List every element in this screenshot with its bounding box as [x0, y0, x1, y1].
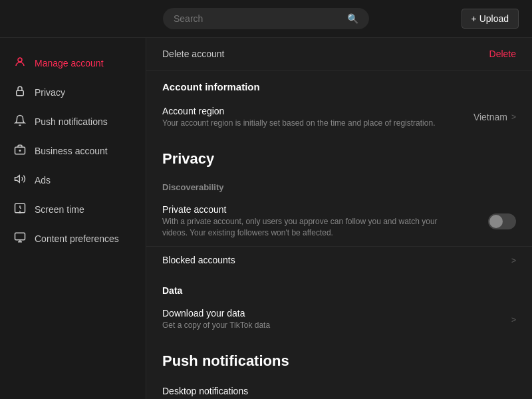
sidebar-screen-time-label: Screen time: [35, 204, 84, 215]
sidebar-content-preferences-label: Content preferences: [35, 233, 119, 244]
account-info-heading: Account information: [146, 70, 532, 98]
account-info-section: Account information Account region Your …: [146, 70, 532, 137]
download-data-desc: Get a copy of your TikTok data: [162, 320, 442, 331]
private-account-left: Private account With a private account, …: [162, 204, 488, 239]
desktop-notifications-row: Desktop notifications: [146, 378, 532, 399]
private-account-desc: With a private account, only users you a…: [162, 216, 442, 239]
push-notifications-section: Push notifications Desktop notifications…: [146, 339, 532, 399]
search-bar[interactable]: 🔍: [163, 8, 369, 29]
sidebar-manage-account-label: Manage account: [35, 58, 104, 68]
privacy-heading: Privacy: [146, 137, 532, 176]
data-label: Data: [146, 275, 532, 300]
download-data-title: Download your data: [162, 308, 501, 319]
delete-account-label: Delete account: [162, 49, 224, 59]
account-region-desc: Your account region is initially set bas…: [162, 118, 442, 129]
sidebar-business-account-label: Business account: [35, 146, 108, 156]
private-account-toggle[interactable]: [488, 213, 516, 229]
account-region-value: Vietnam: [473, 112, 507, 122]
private-account-title: Private account: [162, 204, 488, 215]
delete-action-button[interactable]: Delete: [489, 49, 516, 59]
account-region-right: Vietnam >: [473, 112, 516, 122]
account-region-left: Account region Your account region is in…: [162, 106, 463, 129]
main-layout: Manage account Privacy Push notification…: [0, 38, 532, 399]
upload-button[interactable]: + Upload: [462, 9, 519, 29]
data-section: Data Download your data Get a copy of yo…: [146, 275, 532, 339]
download-data-right: >: [511, 315, 516, 325]
blocked-accounts-right: >: [511, 256, 516, 265]
monitor-icon: [13, 231, 27, 246]
blocked-accounts-row[interactable]: Blocked accounts >: [146, 247, 532, 275]
account-region-title: Account region: [162, 106, 463, 116]
bell-icon: [13, 114, 27, 129]
lock-icon: [13, 85, 27, 100]
sidebar-item-privacy[interactable]: Privacy: [0, 78, 146, 107]
discoverability-label: Discoverability: [146, 176, 532, 196]
privacy-section: Privacy Discoverability Private account …: [146, 137, 532, 275]
push-notifications-heading: Push notifications: [146, 339, 532, 378]
sidebar-push-notifications-label: Push notifications: [35, 116, 108, 127]
sidebar-item-business-account[interactable]: Business account: [0, 136, 146, 166]
person-icon: [13, 56, 27, 70]
sidebar-item-push-notifications[interactable]: Push notifications: [0, 107, 146, 136]
business-icon: [13, 144, 27, 158]
header: 🔍 + Upload: [0, 0, 532, 38]
upload-label: + Upload: [471, 13, 509, 24]
delete-account-row: Delete account Delete: [146, 38, 532, 70]
content-area: Delete account Delete Account informatio…: [146, 38, 532, 399]
chevron-right-icon: >: [511, 256, 516, 265]
sidebar-item-manage-account[interactable]: Manage account: [0, 49, 146, 78]
clock-icon: [13, 202, 27, 217]
chevron-right-icon: >: [511, 112, 516, 122]
blocked-accounts-title: Blocked accounts: [162, 255, 501, 265]
sidebar-item-screen-time[interactable]: Screen time: [0, 195, 146, 224]
sidebar-privacy-label: Privacy: [35, 87, 65, 98]
svg-marker-5: [15, 176, 20, 183]
search-input[interactable]: [174, 13, 342, 24]
svg-rect-9: [15, 233, 25, 240]
sidebar-item-ads[interactable]: Ads: [0, 166, 146, 195]
sidebar-ads-label: Ads: [35, 175, 51, 186]
private-account-row[interactable]: Private account With a private account, …: [146, 196, 532, 247]
account-region-row[interactable]: Account region Your account region is in…: [146, 98, 532, 137]
chevron-right-icon: >: [511, 315, 516, 325]
download-data-row[interactable]: Download your data Get a copy of your Ti…: [146, 300, 532, 339]
desktop-notifications-left: Desktop notifications: [162, 386, 516, 398]
download-data-left: Download your data Get a copy of your Ti…: [162, 308, 501, 331]
blocked-accounts-left: Blocked accounts: [162, 255, 501, 267]
desktop-notifications-title: Desktop notifications: [162, 386, 516, 396]
svg-point-0: [18, 58, 22, 62]
sidebar: Manage account Privacy Push notification…: [0, 38, 146, 399]
ads-icon: [13, 173, 27, 188]
svg-rect-1: [17, 90, 24, 96]
search-icon: 🔍: [347, 13, 358, 24]
sidebar-item-content-preferences[interactable]: Content preferences: [0, 224, 146, 253]
